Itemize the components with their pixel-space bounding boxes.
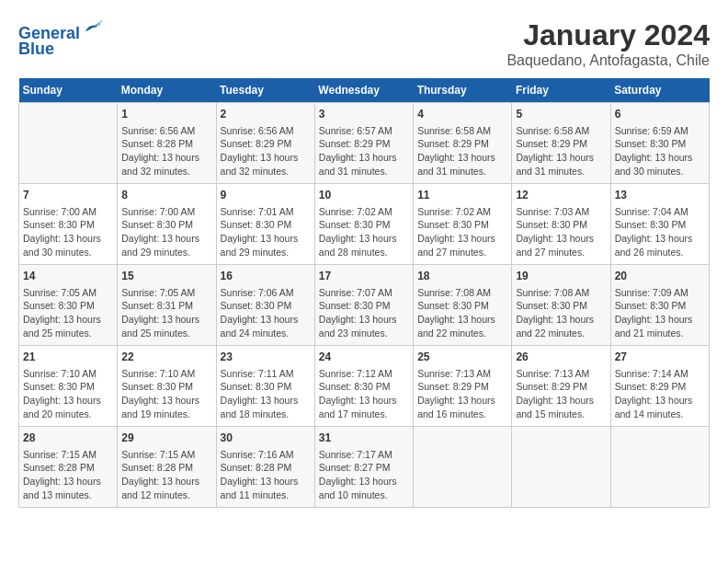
calendar-cell: 7Sunrise: 7:00 AM Sunset: 8:30 PM Daylig… bbox=[19, 184, 118, 265]
day-info: Sunrise: 7:06 AM Sunset: 8:30 PM Dayligh… bbox=[221, 286, 311, 340]
calendar-cell: 30Sunrise: 7:16 AM Sunset: 8:28 PM Dayli… bbox=[216, 427, 314, 508]
day-number: 22 bbox=[121, 350, 211, 365]
day-number: 13 bbox=[615, 188, 705, 203]
calendar-week-5: 28Sunrise: 7:15 AM Sunset: 8:28 PM Dayli… bbox=[19, 427, 710, 508]
day-number: 3 bbox=[319, 107, 409, 122]
calendar-cell: 3Sunrise: 6:57 AM Sunset: 8:29 PM Daylig… bbox=[314, 103, 413, 184]
day-info: Sunrise: 7:16 AM Sunset: 8:28 PM Dayligh… bbox=[221, 448, 311, 502]
calendar-cell bbox=[414, 427, 512, 508]
day-info: Sunrise: 7:15 AM Sunset: 8:28 PM Dayligh… bbox=[121, 448, 211, 502]
calendar-cell: 10Sunrise: 7:02 AM Sunset: 8:30 PM Dayli… bbox=[314, 184, 413, 265]
calendar-week-3: 14Sunrise: 7:05 AM Sunset: 8:30 PM Dayli… bbox=[19, 265, 710, 346]
calendar-cell: 18Sunrise: 7:08 AM Sunset: 8:30 PM Dayli… bbox=[414, 265, 512, 346]
calendar-cell: 16Sunrise: 7:06 AM Sunset: 8:30 PM Dayli… bbox=[216, 265, 314, 346]
calendar-cell: 23Sunrise: 7:11 AM Sunset: 8:30 PM Dayli… bbox=[216, 346, 314, 427]
day-number: 10 bbox=[319, 188, 409, 203]
day-number: 7 bbox=[23, 188, 113, 203]
day-number: 27 bbox=[615, 350, 705, 365]
calendar-cell: 22Sunrise: 7:10 AM Sunset: 8:30 PM Dayli… bbox=[118, 346, 216, 427]
calendar-cell: 12Sunrise: 7:03 AM Sunset: 8:30 PM Dayli… bbox=[512, 184, 610, 265]
day-number: 20 bbox=[615, 269, 705, 284]
day-number: 12 bbox=[516, 188, 606, 203]
day-info: Sunrise: 7:07 AM Sunset: 8:30 PM Dayligh… bbox=[319, 286, 409, 340]
calendar-header-row: SundayMondayTuesdayWednesdayThursdayFrid… bbox=[19, 78, 710, 103]
day-info: Sunrise: 7:17 AM Sunset: 8:27 PM Dayligh… bbox=[319, 448, 409, 502]
day-number: 14 bbox=[23, 269, 113, 284]
day-number: 16 bbox=[221, 269, 311, 284]
column-header-friday: Friday bbox=[512, 78, 610, 103]
column-header-thursday: Thursday bbox=[414, 78, 512, 103]
calendar-cell: 25Sunrise: 7:13 AM Sunset: 8:29 PM Dayli… bbox=[414, 346, 512, 427]
calendar-cell: 28Sunrise: 7:15 AM Sunset: 8:28 PM Dayli… bbox=[19, 427, 118, 508]
calendar-cell: 19Sunrise: 7:08 AM Sunset: 8:30 PM Dayli… bbox=[512, 265, 610, 346]
day-info: Sunrise: 7:08 AM Sunset: 8:30 PM Dayligh… bbox=[417, 286, 507, 340]
calendar-cell: 11Sunrise: 7:02 AM Sunset: 8:30 PM Dayli… bbox=[414, 184, 512, 265]
day-info: Sunrise: 7:14 AM Sunset: 8:29 PM Dayligh… bbox=[615, 367, 705, 421]
calendar-subtitle: Baquedano, Antofagasta, Chile bbox=[506, 52, 710, 69]
calendar-cell bbox=[512, 427, 610, 508]
calendar-cell: 2Sunrise: 6:56 AM Sunset: 8:29 PM Daylig… bbox=[216, 103, 314, 184]
calendar-cell: 14Sunrise: 7:05 AM Sunset: 8:30 PM Dayli… bbox=[19, 265, 118, 346]
calendar-cell bbox=[610, 427, 709, 508]
column-header-wednesday: Wednesday bbox=[314, 78, 413, 103]
calendar-cell: 24Sunrise: 7:12 AM Sunset: 8:30 PM Dayli… bbox=[314, 346, 413, 427]
calendar-table: SundayMondayTuesdayWednesdayThursdayFrid… bbox=[18, 78, 710, 508]
day-info: Sunrise: 7:05 AM Sunset: 8:30 PM Dayligh… bbox=[23, 286, 113, 340]
column-header-monday: Monday bbox=[118, 78, 216, 103]
column-header-tuesday: Tuesday bbox=[216, 78, 314, 103]
day-number: 15 bbox=[121, 269, 211, 284]
day-number: 26 bbox=[516, 350, 606, 365]
calendar-week-4: 21Sunrise: 7:10 AM Sunset: 8:30 PM Dayli… bbox=[19, 346, 710, 427]
day-number: 19 bbox=[516, 269, 606, 284]
day-number: 11 bbox=[417, 188, 507, 203]
calendar-cell: 15Sunrise: 7:05 AM Sunset: 8:31 PM Dayli… bbox=[118, 265, 216, 346]
day-number: 18 bbox=[417, 269, 507, 284]
day-info: Sunrise: 7:13 AM Sunset: 8:29 PM Dayligh… bbox=[516, 367, 606, 421]
calendar-cell: 26Sunrise: 7:13 AM Sunset: 8:29 PM Dayli… bbox=[512, 346, 610, 427]
calendar-cell: 6Sunrise: 6:59 AM Sunset: 8:30 PM Daylig… bbox=[610, 103, 709, 184]
day-info: Sunrise: 7:03 AM Sunset: 8:30 PM Dayligh… bbox=[516, 205, 606, 259]
calendar-cell: 13Sunrise: 7:04 AM Sunset: 8:30 PM Dayli… bbox=[610, 184, 709, 265]
day-info: Sunrise: 7:00 AM Sunset: 8:30 PM Dayligh… bbox=[121, 205, 211, 259]
title-block: January 2024 Baquedano, Antofagasta, Chi… bbox=[506, 18, 710, 69]
column-header-sunday: Sunday bbox=[19, 78, 118, 103]
day-info: Sunrise: 6:59 AM Sunset: 8:30 PM Dayligh… bbox=[615, 124, 705, 178]
calendar-title: January 2024 bbox=[506, 18, 710, 52]
calendar-cell: 1Sunrise: 6:56 AM Sunset: 8:28 PM Daylig… bbox=[118, 103, 216, 184]
day-number: 28 bbox=[23, 431, 113, 446]
calendar-week-2: 7Sunrise: 7:00 AM Sunset: 8:30 PM Daylig… bbox=[19, 184, 710, 265]
calendar-cell bbox=[19, 103, 118, 184]
calendar-cell: 20Sunrise: 7:09 AM Sunset: 8:30 PM Dayli… bbox=[610, 265, 709, 346]
day-info: Sunrise: 7:09 AM Sunset: 8:30 PM Dayligh… bbox=[615, 286, 705, 340]
day-number: 23 bbox=[221, 350, 311, 365]
day-info: Sunrise: 7:04 AM Sunset: 8:30 PM Dayligh… bbox=[615, 205, 705, 259]
calendar-cell: 29Sunrise: 7:15 AM Sunset: 8:28 PM Dayli… bbox=[118, 427, 216, 508]
day-number: 6 bbox=[615, 107, 705, 122]
calendar-body: 1Sunrise: 6:56 AM Sunset: 8:28 PM Daylig… bbox=[19, 103, 710, 508]
day-info: Sunrise: 7:02 AM Sunset: 8:30 PM Dayligh… bbox=[417, 205, 507, 259]
day-info: Sunrise: 7:10 AM Sunset: 8:30 PM Dayligh… bbox=[121, 367, 211, 421]
page-header: General Blue January 2024 Baquedano, Ant… bbox=[18, 18, 710, 69]
day-info: Sunrise: 7:00 AM Sunset: 8:30 PM Dayligh… bbox=[23, 205, 113, 259]
day-number: 1 bbox=[121, 107, 211, 122]
calendar-cell: 17Sunrise: 7:07 AM Sunset: 8:30 PM Dayli… bbox=[314, 265, 413, 346]
day-info: Sunrise: 6:56 AM Sunset: 8:28 PM Dayligh… bbox=[121, 124, 211, 178]
day-info: Sunrise: 6:56 AM Sunset: 8:29 PM Dayligh… bbox=[221, 124, 311, 178]
day-number: 21 bbox=[23, 350, 113, 365]
day-info: Sunrise: 7:15 AM Sunset: 8:28 PM Dayligh… bbox=[23, 448, 113, 502]
day-info: Sunrise: 7:01 AM Sunset: 8:30 PM Dayligh… bbox=[221, 205, 311, 259]
day-info: Sunrise: 6:58 AM Sunset: 8:29 PM Dayligh… bbox=[417, 124, 507, 178]
day-number: 24 bbox=[319, 350, 409, 365]
calendar-cell: 27Sunrise: 7:14 AM Sunset: 8:29 PM Dayli… bbox=[610, 346, 709, 427]
calendar-cell: 8Sunrise: 7:00 AM Sunset: 8:30 PM Daylig… bbox=[118, 184, 216, 265]
day-number: 9 bbox=[221, 188, 311, 203]
day-info: Sunrise: 6:57 AM Sunset: 8:29 PM Dayligh… bbox=[319, 124, 409, 178]
day-info: Sunrise: 7:10 AM Sunset: 8:30 PM Dayligh… bbox=[23, 367, 113, 421]
day-info: Sunrise: 7:05 AM Sunset: 8:31 PM Dayligh… bbox=[121, 286, 211, 340]
column-header-saturday: Saturday bbox=[610, 78, 709, 103]
calendar-cell: 4Sunrise: 6:58 AM Sunset: 8:29 PM Daylig… bbox=[414, 103, 512, 184]
day-number: 5 bbox=[516, 107, 606, 122]
calendar-cell: 21Sunrise: 7:10 AM Sunset: 8:30 PM Dayli… bbox=[19, 346, 118, 427]
day-number: 31 bbox=[319, 431, 409, 446]
day-number: 30 bbox=[221, 431, 311, 446]
